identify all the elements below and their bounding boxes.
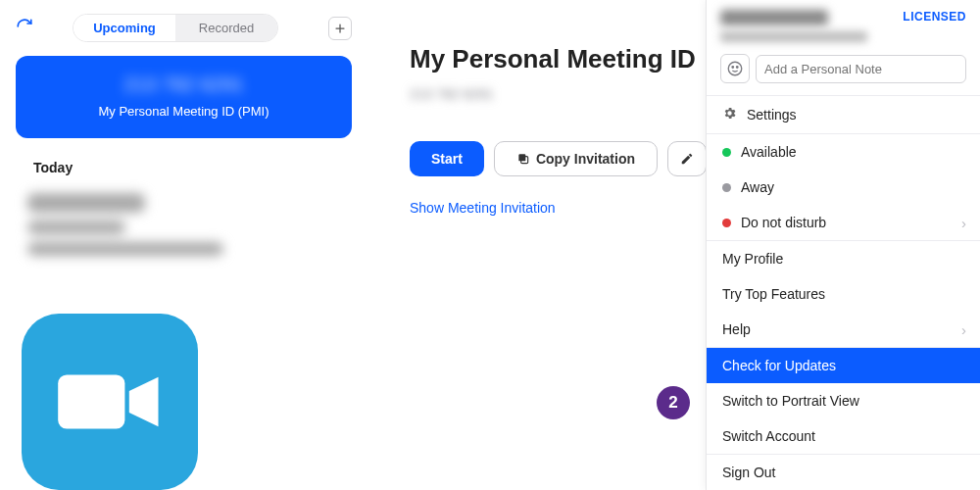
pmi-id: 213 782 6291 [29,74,338,96]
menu-sign-out-label: Sign Out [722,465,775,480]
meeting-actions: Start Copy Invitation [410,141,743,176]
meeting-id: 213 782 6291 [410,86,508,102]
status-dot-away-icon [722,183,731,192]
annotation-step-badge: 2 [657,386,690,419]
personal-note-input[interactable] [756,55,966,83]
svg-point-3 [728,62,742,75]
sidebar-toolbar: Upcoming Recorded [16,14,352,42]
chevron-right-icon: › [961,215,966,231]
start-button[interactable]: Start [410,141,484,176]
status-dnd[interactable]: Do not disturb › [707,205,980,240]
profile-menu: Settings Available Away Do not disturb ›… [707,95,980,490]
status-available-label: Available [741,144,797,160]
add-meeting-button[interactable] [328,17,352,40]
meeting-detail: My Personal Meeting ID 213 782 6291 Star… [410,44,743,216]
profile-name [720,10,828,25]
menu-switch-account[interactable]: Switch Account [707,418,980,454]
status-away[interactable]: Away [707,170,980,205]
pmi-card[interactable]: 213 782 6291 My Personal Meeting ID (PMI… [16,56,352,138]
menu-check-updates-label: Check for Updates [722,358,836,373]
menu-check-updates[interactable]: Check for Updates [707,347,980,383]
menu-switch-portrait-label: Switch to Portrait View [722,393,859,409]
pmi-label: My Personal Meeting ID (PMI) [29,104,338,119]
status-away-label: Away [741,179,774,195]
status-dnd-label: Do not disturb [741,215,826,230]
status-dot-available-icon [722,148,731,157]
meeting-tabs: Upcoming Recorded [73,14,278,42]
status-available[interactable]: Available [707,133,980,170]
profile-header: LICENSED [707,0,980,54]
svg-rect-0 [58,375,124,429]
menu-try-top-features-label: Try Top Features [722,286,825,302]
copy-invitation-label: Copy Invitation [536,151,635,167]
gear-icon [722,106,737,123]
menu-my-profile-label: My Profile [722,251,783,267]
meeting-item[interactable] [16,193,352,256]
emoji-picker-button[interactable] [720,54,750,83]
profile-dropdown: LICENSED Settings Available Away Do not … [706,0,980,490]
license-badge: LICENSED [903,10,966,24]
tab-upcoming[interactable]: Upcoming [74,15,175,41]
svg-point-4 [732,67,734,69]
show-meeting-invitation-link[interactable]: Show Meeting Invitation [410,200,743,216]
edit-button[interactable] [667,141,707,176]
menu-try-top-features[interactable]: Try Top Features [707,276,980,312]
zoom-logo [22,314,198,490]
menu-my-profile[interactable]: My Profile [707,240,980,276]
svg-rect-2 [518,154,525,161]
menu-switch-portrait[interactable]: Switch to Portrait View [707,383,980,418]
page-title: My Personal Meeting ID [410,44,743,74]
smile-icon [726,60,744,77]
menu-switch-account-label: Switch Account [722,428,815,444]
menu-help-label: Help [722,321,751,337]
copy-invitation-button[interactable]: Copy Invitation [494,141,658,176]
pencil-icon [680,152,694,166]
refresh-icon[interactable] [16,18,33,39]
menu-help[interactable]: Help › [707,312,980,347]
menu-settings-label: Settings [747,107,797,122]
personal-note-row [707,54,980,95]
svg-point-5 [737,67,739,69]
menu-sign-out[interactable]: Sign Out [707,454,980,490]
chevron-right-icon: › [961,321,966,338]
status-dot-dnd-icon [722,219,731,227]
tab-recorded[interactable]: Recorded [175,15,277,41]
copy-icon [516,152,530,166]
today-heading: Today [16,160,352,175]
profile-email [720,31,867,42]
menu-settings[interactable]: Settings [707,96,980,133]
meetings-sidebar: Upcoming Recorded 213 782 6291 My Person… [0,0,368,490]
